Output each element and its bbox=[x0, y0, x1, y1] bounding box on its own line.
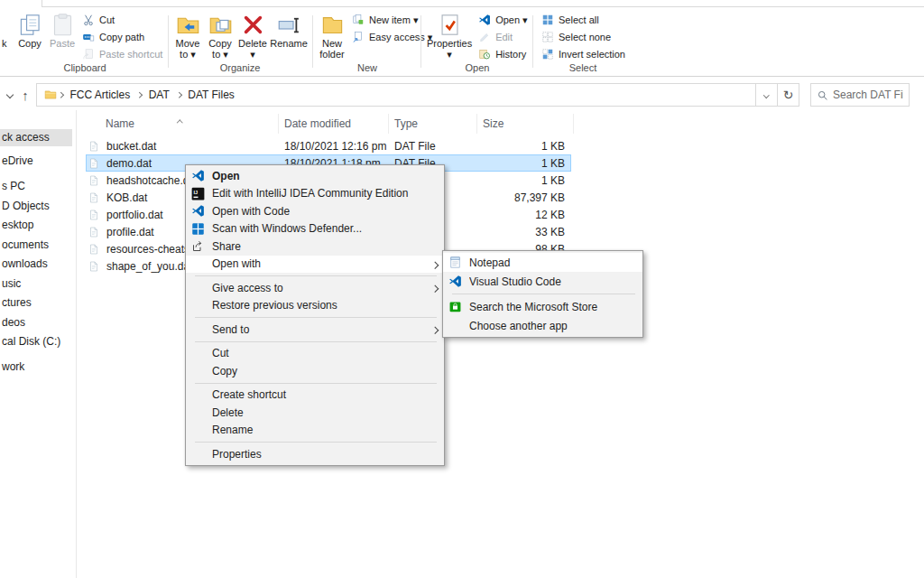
menu-item-rename[interactable]: Rename bbox=[186, 422, 444, 440]
ribbon-copy-to-button[interactable]: Copy to ▾ bbox=[204, 9, 236, 61]
menu-item-send-to[interactable]: Send to bbox=[186, 321, 444, 339]
file-icon bbox=[88, 243, 100, 256]
menu-item-create-shortcut[interactable]: Create shortcut bbox=[186, 387, 444, 405]
breadcrumb-item-dat-files[interactable]: DAT Files bbox=[181, 89, 241, 101]
ribbon-rename-button[interactable]: Rename bbox=[269, 9, 309, 51]
submenu-arrow-icon bbox=[432, 323, 438, 336]
sidebar-item-usic[interactable]: usic bbox=[0, 275, 72, 293]
menu-item-open[interactable]: Open bbox=[186, 167, 444, 185]
breadcrumb-chevron-icon[interactable] bbox=[177, 93, 181, 98]
column-divider[interactable] bbox=[388, 114, 389, 134]
sidebar-item-ownloads[interactable]: ownloads bbox=[0, 256, 72, 273]
breadcrumb-item-dat[interactable]: DAT bbox=[143, 89, 176, 101]
ribbon-edit-button[interactable]: Edit bbox=[478, 30, 528, 44]
ribbon-paste-shortcut-button[interactable]: Paste shortcut bbox=[82, 47, 162, 61]
menu-item-properties[interactable]: Properties bbox=[186, 445, 444, 463]
menu-item-scan-with-windows-defender[interactable]: Scan with Windows Defender... bbox=[186, 220, 444, 238]
ribbon-copy-path-button[interactable]: Copy path bbox=[82, 30, 162, 44]
recent-locations-button[interactable] bbox=[4, 89, 16, 100]
new-item-icon bbox=[352, 14, 365, 26]
menu-item-delete[interactable]: Delete bbox=[186, 404, 444, 422]
sidebar-item-ck-access[interactable]: ck access bbox=[0, 129, 72, 146]
ribbon-paste-button[interactable]: Paste bbox=[46, 9, 79, 51]
blank-icon bbox=[448, 319, 462, 333]
submenu-arrow-icon bbox=[432, 257, 438, 270]
ribbon-select-all-button[interactable]: Select all bbox=[541, 13, 625, 27]
sidebar-item-ocuments[interactable]: ocuments bbox=[0, 237, 72, 254]
blank-icon bbox=[190, 281, 205, 295]
move-to-icon bbox=[176, 11, 200, 38]
ribbon-k-button[interactable]: k bbox=[2, 9, 14, 51]
column-divider[interactable] bbox=[278, 114, 279, 134]
button-label: Rename bbox=[270, 38, 308, 49]
menu-item-notepad[interactable]: Notepad bbox=[443, 253, 642, 272]
menu-item-visual-studio-code[interactable]: Visual Studio Code bbox=[443, 272, 642, 291]
paste-shortcut-icon bbox=[82, 48, 95, 61]
ribbon-select-none-button[interactable]: Select none bbox=[541, 30, 625, 44]
column-header-type[interactable]: Type bbox=[394, 115, 418, 134]
sidebar-item-work[interactable]: work bbox=[0, 359, 72, 376]
file-icon bbox=[88, 260, 100, 273]
address-dropdown-button[interactable] bbox=[755, 84, 777, 106]
sidebar-item-ctures[interactable]: ctures bbox=[0, 294, 72, 312]
ribbon-open-button[interactable]: Open ▾ bbox=[478, 13, 528, 27]
menu-item-open-with[interactable]: Open with bbox=[186, 256, 444, 274]
menu-item-give-access-to[interactable]: Give access to bbox=[186, 279, 444, 297]
sidebar-splitter[interactable] bbox=[76, 110, 77, 578]
button-label: New item ▾ bbox=[369, 14, 418, 26]
sidebar-item-d-objects[interactable]: D Objects bbox=[0, 198, 72, 215]
breadcrumb-chevron-icon[interactable] bbox=[59, 93, 63, 98]
column-divider[interactable] bbox=[573, 114, 574, 134]
ribbon-history-button[interactable]: History bbox=[478, 47, 528, 61]
ribbon-cut-button[interactable]: Cut bbox=[82, 13, 162, 27]
sidebar-item-edrive[interactable]: eDrive bbox=[0, 153, 72, 170]
search-input[interactable] bbox=[833, 89, 903, 101]
store-icon bbox=[448, 300, 462, 314]
sidebar-item-cal-disk-c[interactable]: cal Disk (C:) bbox=[0, 333, 72, 350]
copy-big-icon bbox=[18, 11, 42, 38]
sidebar-item-esktop[interactable]: esktop bbox=[0, 217, 72, 234]
ribbon-invert-selection-button[interactable]: Invert selection bbox=[541, 47, 625, 61]
paste-big-icon bbox=[51, 11, 75, 38]
intellij-icon: IJ bbox=[190, 186, 205, 200]
ribbon-properties-button[interactable]: Properties ▾ bbox=[424, 9, 475, 61]
column-divider[interactable] bbox=[476, 114, 477, 134]
menu-item-edit-with-intellij-idea-community-edition[interactable]: IJEdit with IntelliJ IDEA Community Edit… bbox=[186, 185, 444, 203]
ribbon-new-folder-button[interactable]: New folder bbox=[316, 9, 348, 61]
file-type: DAT File bbox=[390, 140, 478, 153]
ribbon-move-to-button[interactable]: Move to ▾ bbox=[171, 9, 204, 61]
easy-access-icon bbox=[352, 31, 365, 43]
blank-icon bbox=[190, 423, 205, 437]
invert-selection-icon bbox=[541, 48, 554, 61]
new-folder-icon bbox=[320, 11, 345, 38]
menu-item-label: Give access to bbox=[212, 282, 432, 294]
sidebar-item-s-pc[interactable]: s PC bbox=[0, 178, 72, 195]
menu-item-share[interactable]: Share bbox=[186, 238, 444, 256]
menu-item-search-the-microsoft-store[interactable]: Search the Microsoft Store bbox=[443, 297, 642, 316]
column-header-date-modified[interactable]: Date modified bbox=[284, 115, 351, 134]
menu-item-cut[interactable]: Cut bbox=[186, 345, 444, 363]
menu-item-choose-another-app[interactable]: Choose another app bbox=[443, 316, 642, 335]
button-label: Select none bbox=[559, 32, 611, 42]
menu-item-restore-previous-versions[interactable]: Restore previous versions bbox=[186, 297, 444, 315]
menu-item-label: Notepad bbox=[469, 256, 637, 269]
button-label: Move to ▾ bbox=[176, 38, 200, 60]
menu-item-label: Scan with Windows Defender... bbox=[212, 222, 439, 235]
up-button[interactable]: ↑ bbox=[17, 85, 33, 105]
breadcrumb-item-fcc-articles[interactable]: FCC Articles bbox=[64, 89, 137, 101]
column-header-name[interactable]: Name bbox=[106, 115, 134, 134]
file-row-bucket-dat[interactable]: bucket.dat18/10/2021 12:16 pmDAT File1 K… bbox=[86, 137, 571, 154]
file-size: 87,397 KB bbox=[478, 191, 568, 204]
breadcrumb-chevron-icon[interactable] bbox=[137, 93, 142, 98]
refresh-button[interactable]: ↻ bbox=[777, 84, 799, 106]
button-label: Select all bbox=[559, 14, 599, 25]
button-label: Paste shortcut bbox=[99, 49, 162, 60]
button-label: k bbox=[2, 38, 7, 49]
menu-item-open-with-code[interactable]: Open with Code bbox=[186, 202, 444, 220]
ribbon-delete-button[interactable]: Delete ▾ bbox=[236, 9, 269, 61]
menu-item-copy[interactable]: Copy bbox=[186, 362, 444, 380]
ribbon-copy-button[interactable]: Copy bbox=[14, 9, 46, 51]
sidebar-item-deos[interactable]: deos bbox=[0, 314, 72, 331]
menu-separator bbox=[195, 317, 437, 318]
column-header-size[interactable]: Size bbox=[483, 115, 504, 134]
